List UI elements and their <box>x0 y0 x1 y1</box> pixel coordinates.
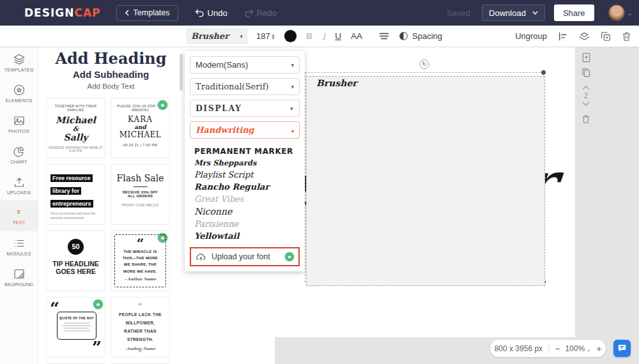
text-template-card[interactable]: “ THE MIRACLE IS THIS—THE MORE WE SHARE,… <box>111 231 170 291</box>
duplicate-page-button[interactable] <box>581 68 591 77</box>
quote-mark: ” <box>92 338 102 357</box>
text-toolbar: Brusher ▾ 187 ▴▾ B I U AA Spacing Ungrou… <box>0 26 639 47</box>
font-option-rancho-regular[interactable]: Rancho Regular <box>185 181 305 193</box>
font-option-brusher[interactable]: Brusher <box>306 76 545 286</box>
sidebar-item-label: BKGROUND <box>4 282 33 287</box>
text-template-card[interactable]: PLEASE JOIN US FOR THE WEDDING KARA and … <box>111 98 170 158</box>
add-heading-button[interactable]: Add Heading <box>38 47 183 68</box>
download-button[interactable]: Download <box>482 4 545 21</box>
font-option-yellowtail[interactable]: Yellowtail <box>185 230 305 242</box>
elements-icon <box>13 84 26 96</box>
spacing-label[interactable]: Spacing <box>412 31 442 41</box>
card-line: MICHAEL <box>111 130 169 139</box>
cloud-upload-icon <box>196 252 206 261</box>
card-line: KARA <box>111 115 169 124</box>
chat-support-button[interactable] <box>613 340 631 357</box>
card-bottom-text: PROMO CODE ABC123 <box>111 204 169 207</box>
sidebar-item-elements[interactable]: ELEMENTS <box>0 78 38 109</box>
zoom-out-button[interactable]: − <box>555 344 560 354</box>
font-size-stepper[interactable]: 187 ▴▾ <box>256 31 274 41</box>
duplicate-button[interactable] <box>601 31 611 42</box>
share-button[interactable]: Share <box>554 4 594 21</box>
text-template-card[interactable]: TOGETHER WITH THEIR FAMILIES Michael & S… <box>46 98 105 158</box>
account-chevron-down-icon[interactable]: ⌄ <box>627 10 633 17</box>
text-panel: Add Heading Add Subheading Add Body Text… <box>38 47 183 364</box>
card-bar-text: library for <box>50 187 81 195</box>
delete-page-button[interactable] <box>581 114 590 124</box>
card-line: Michael <box>47 115 105 125</box>
canvas-extension <box>183 337 275 364</box>
sidebar-item-text[interactable]: T TEXT <box>0 201 38 231</box>
chart-icon <box>13 145 26 158</box>
half-circle-icon <box>399 31 408 41</box>
delete-button[interactable] <box>622 31 631 42</box>
font-dropdown-panel: Modern(Sans) ▾ Traditional(Serif) ▾ DISP… <box>185 51 305 271</box>
resize-handle[interactable] <box>541 70 546 75</box>
page-down-button[interactable] <box>582 102 590 107</box>
text-template-card[interactable]: “ QUOTE OF THE DAY ” <box>46 297 105 358</box>
sidebar-item-templates[interactable]: TEMPLATES <box>0 47 38 78</box>
sidebar-item-label: TEMPLATES <box>4 67 34 73</box>
text-align-button[interactable] <box>379 33 389 40</box>
spacing-button[interactable] <box>399 31 408 41</box>
text-template-card[interactable]: Flash Sale RECEIVE 20% OFF ALL ORDERS PR… <box>111 164 170 225</box>
ungroup-button[interactable]: Ungroup <box>515 31 547 41</box>
text-color-swatch[interactable] <box>284 30 296 42</box>
text-template-grid: TOGETHER WITH THEIR FAMILIES Michael & S… <box>38 92 183 364</box>
rotate-handle[interactable]: ↻ <box>420 59 429 69</box>
chevron-down-icon: ▾ <box>290 105 294 112</box>
card-bottom-text: Grow your business with these free resou… <box>50 212 101 221</box>
text-case-button[interactable]: AA <box>351 31 362 41</box>
sidebar-item-modules[interactable]: MODULES <box>0 231 38 262</box>
font-family-select[interactable]: Brusher ▾ <box>187 29 247 44</box>
layers-icon <box>579 31 590 42</box>
text-template-card[interactable]: Free resource library for entrepreneurs … <box>46 164 105 225</box>
font-option-mrs-sheppards[interactable]: Mrs Sheppards <box>185 157 305 169</box>
add-body-text-button[interactable]: Add Body Text <box>38 81 183 92</box>
panel-scrollbar[interactable] <box>180 54 183 91</box>
italic-button[interactable]: I <box>322 31 325 42</box>
sidebar-item-photos[interactable]: PHOTOS <box>0 109 38 139</box>
text-template-card[interactable]: 50 TIP HEADLINE GOES HERE <box>46 231 105 291</box>
add-page-button[interactable] <box>581 52 591 63</box>
layer-order-button[interactable] <box>579 31 590 42</box>
card-title: Flash Sale <box>111 173 169 183</box>
templates-back-button[interactable]: Templates <box>116 5 178 21</box>
card-line: TIP HEADLINE <box>47 260 105 268</box>
chevron-down-icon: ▾ <box>291 84 294 90</box>
sidebar-item-uploads[interactable]: UPLOADS <box>0 170 38 201</box>
sidebar-item-chart[interactable]: CHART <box>0 139 38 170</box>
designcap-logo[interactable]: DESIGNCAP <box>24 6 101 19</box>
font-option-playlist-script[interactable]: Playlist Script <box>185 169 305 181</box>
font-option-parisienne[interactable]: Parisienne <box>185 218 305 230</box>
font-option-great-vibes[interactable]: Great Vibes <box>185 193 305 205</box>
card-line: and <box>111 124 169 130</box>
zoom-level-select[interactable]: 100% ⌄ <box>565 344 591 353</box>
card-line: ALL ORDERS <box>111 194 169 198</box>
zoom-level: 100% <box>565 344 585 353</box>
sidebar-item-label: PHOTOS <box>8 128 29 134</box>
undo-button[interactable]: Undo <box>195 8 227 18</box>
bold-button[interactable]: B <box>306 31 312 41</box>
font-category-display[interactable]: DISPLAY ▾ <box>190 100 300 117</box>
zoom-in-button[interactable]: + <box>596 344 601 354</box>
upload-your-font-button[interactable]: Upload your font <box>190 247 300 266</box>
add-subheading-button[interactable]: Add Subheading <box>38 68 183 81</box>
font-category-traditional-serif[interactable]: Traditional(Serif) ▾ <box>190 78 300 95</box>
redo-button[interactable]: Redo <box>244 8 277 18</box>
text-template-card[interactable]: “ PEOPLE LACK THE WILLPOWER, RATHER THAN… <box>111 297 170 358</box>
font-category-handwriting[interactable]: Handwriting ▴ <box>190 121 300 139</box>
font-option-niconne[interactable]: Niconne <box>185 205 305 218</box>
font-category-modern-sans[interactable]: Modern(Sans) ▾ <box>190 56 300 73</box>
card-line: & <box>47 125 105 132</box>
sidebar-item-bkground[interactable]: BKGROUND <box>0 262 38 292</box>
underline-button[interactable]: U <box>335 31 341 41</box>
stepper-arrows-icon[interactable]: ▴▾ <box>272 33 275 40</box>
page-up-button[interactable] <box>582 85 590 90</box>
quote-mark: ” <box>111 351 169 357</box>
align-left-edge-icon <box>558 31 568 42</box>
font-option-permanent-marker[interactable]: PERMANENT MARKER <box>185 146 305 157</box>
sidebar-item-label: CHART <box>10 159 27 165</box>
align-objects-button[interactable] <box>558 31 568 42</box>
avatar[interactable] <box>608 4 625 21</box>
